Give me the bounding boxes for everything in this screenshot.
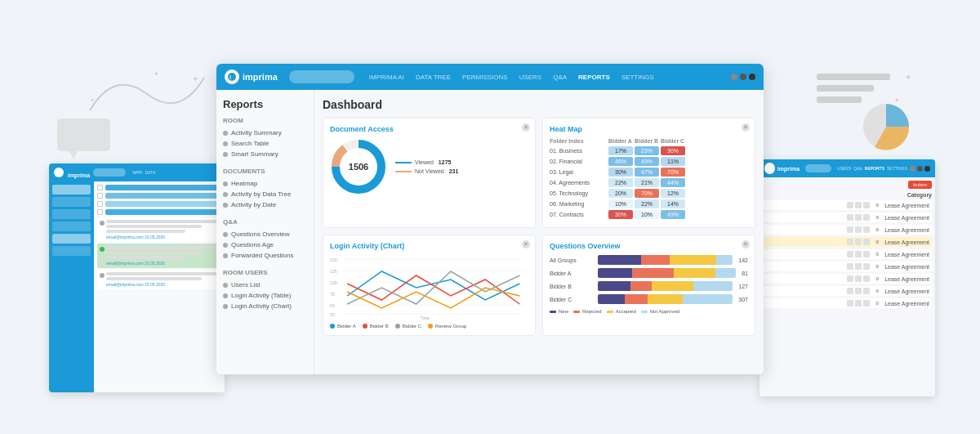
left-win-search-bar: [93, 168, 126, 177]
svg-rect-3: [817, 74, 890, 80]
q-bar: [598, 255, 733, 265]
heatmap-cell-b: 70%: [635, 189, 659, 198]
nav-data-tree[interactable]: DATA TREE: [412, 72, 454, 83]
heatmap-col-b: Bidder B: [635, 138, 659, 144]
left-win-text-area-2: email@imprima.com 23.05.2020: [97, 244, 221, 268]
questions-bars: All Groups 142 Bidder A: [550, 255, 748, 304]
questions-overview-card: Questions Overview ✕ All Groups: [542, 235, 755, 336]
heatmap-row-business: 01. Business 17% 23% 30%: [550, 146, 748, 155]
sidebar-item-label: Users List: [231, 281, 261, 289]
right-win-lease-row: 0 Lease Agreement: [763, 298, 932, 308]
q-label: Bidder C: [550, 297, 595, 302]
login-activity-title: Login Activity (Chart): [330, 242, 528, 250]
legend-not-viewed-line: [395, 171, 412, 172]
document-access-close[interactable]: ✕: [522, 123, 530, 132]
nav-permissions[interactable]: PERMISSIONS: [459, 72, 511, 83]
left-win-nav-items: IMPR DATA: [132, 170, 155, 175]
main-content: Reports Room Activity Summary Search Tab…: [216, 90, 764, 374]
heatmap-cell-b: 49%: [635, 157, 659, 166]
heatmap-col-a: Bidder A: [608, 138, 633, 144]
nav-reports[interactable]: REPORTS: [575, 72, 613, 83]
sidebar-item-questions-age[interactable]: Questions Age: [223, 239, 307, 250]
sidebar-item-label: Login Activity (Table): [231, 292, 291, 299]
sidebar-dot: [223, 283, 228, 288]
sidebar-item-heatmap[interactable]: Heatmap: [223, 178, 307, 189]
sidebar-item-login-activity-table[interactable]: Login Activity (Table): [223, 290, 307, 301]
nav-settings[interactable]: SETTINGS: [618, 72, 657, 83]
nav-qa[interactable]: Q&A: [550, 72, 570, 83]
sidebar-section-documents-title: Documents: [223, 168, 307, 175]
sidebar-item-smart-summary[interactable]: Smart Summary: [223, 149, 307, 159]
heatmap-cell-a: 30%: [608, 210, 633, 219]
sidebar: Reports Room Activity Summary Search Tab…: [216, 90, 314, 374]
logo-icon: i: [225, 69, 239, 84]
right-win-button[interactable]: button: [908, 181, 932, 189]
heatmap-cell-b: 10%: [635, 210, 659, 219]
heatmap-header: Folder Index Bidder A Bidder B Bidder C: [550, 138, 748, 144]
chart-legend: Bidder A Bidder B Bidder C Review G: [330, 324, 528, 329]
sidebar-section-qa: Q&A Questions Overview Questions Age For…: [223, 218, 307, 261]
sidebar-item-activity-date[interactable]: Activity by Date: [223, 199, 307, 210]
sidebar-item-search-table[interactable]: Search Table: [223, 138, 307, 149]
heatmap-cell-b: 21%: [635, 178, 659, 187]
q-bar: [598, 281, 733, 291]
q-legend-dot: [607, 311, 613, 313]
login-activity-close[interactable]: ✕: [522, 240, 530, 248]
sidebar-section-room-title: Room: [223, 117, 307, 124]
left-win-text-area-3: email@imprima.com 23.05.2020: [97, 270, 221, 289]
sidebar-dot: [223, 181, 228, 186]
sidebar-item-label: Activity by Data Tree: [231, 190, 291, 198]
sidebar-section-room-users-title: Room Users: [223, 269, 307, 276]
q-row-bidder-a: Bidder A 81: [550, 268, 748, 278]
sidebar-item-activity-summary[interactable]: Activity Summary: [223, 128, 307, 138]
q-legend-label: Accepted: [616, 309, 636, 314]
heatmap-cell-c: 49%: [661, 210, 685, 219]
nav-search-bar[interactable]: [289, 70, 354, 83]
heatmap-cell-c: 14%: [661, 199, 685, 208]
questions-overview-close[interactable]: ✕: [742, 240, 750, 248]
sidebar-item-forwarded-questions[interactable]: Forwarded Questions: [223, 250, 307, 261]
right-win-lease-row: 0 Lease Agreement: [763, 274, 932, 284]
sidebar-section-room: Room Activity Summary Search Table Smart…: [223, 117, 307, 159]
q-label: Bidder A: [550, 271, 595, 276]
heatmap-cell-a: 30%: [608, 168, 633, 177]
heatmap-row-technology: 05. Technology 20% 70% 12%: [550, 189, 748, 198]
heat-map-close[interactable]: ✕: [742, 123, 750, 132]
sidebar-item-activity-data-tree[interactable]: Activity by Data Tree: [223, 189, 307, 199]
heatmap-cell-a: 17%: [608, 146, 633, 155]
legend-dot: [363, 324, 368, 329]
heatmap-cell-c: 30%: [661, 146, 685, 155]
heatmap-col-c: Bidder C: [661, 138, 685, 144]
sidebar-item-questions-overview[interactable]: Questions Overview: [223, 229, 307, 239]
sidebar-item-label: Activity Summary: [231, 129, 282, 136]
sidebar-item-login-activity-chart[interactable]: Login Activity (Chart): [223, 301, 307, 311]
heatmap-label: 04. Agreements: [550, 180, 607, 186]
svg-rect-4: [817, 85, 874, 92]
document-access-title: Document Access: [330, 125, 528, 133]
nav-users[interactable]: USERS: [516, 72, 546, 83]
login-activity-chart: 150 125 100 75 50 25: [330, 255, 528, 320]
questions-overview-title: Questions Overview: [550, 242, 748, 250]
q-bar: [598, 294, 733, 304]
legend-not-viewed-label: Not Viewed: [415, 168, 444, 174]
legend-bidder-b: Bidder B: [363, 324, 389, 329]
sidebar-dot: [223, 253, 228, 258]
sidebar-item-label: Heatmap: [231, 180, 257, 187]
heatmap-row-contracts: 07. Contracts 30% 10% 49%: [550, 210, 748, 219]
right-win-dots: [910, 166, 930, 172]
heatmap-label: 02. Financial: [550, 159, 607, 164]
sidebar-dot: [223, 232, 228, 237]
legend-dot: [395, 324, 400, 329]
right-win-lease-row: 0 Lease Agreement: [763, 225, 932, 235]
q-legend-dot: [550, 311, 556, 313]
right-win-content: button Category 0 Lease Agreement 0 Leas…: [760, 177, 935, 396]
q-legend-not-approved: Not Approved: [641, 309, 679, 314]
legend-viewed: Viewed 1275: [395, 159, 458, 165]
nav-dot-2: [740, 74, 746, 80]
q-legend-dot: [573, 311, 580, 313]
sidebar-section-qa-title: Q&A: [223, 218, 307, 226]
nav-imprima-ai[interactable]: IMPRIMA AI: [366, 72, 408, 83]
heatmap-cell-b: 22%: [635, 199, 659, 208]
sidebar-item-users-list[interactable]: Users List: [223, 280, 307, 290]
doc-legend: Viewed 1275 Not Viewed 231: [395, 159, 458, 174]
